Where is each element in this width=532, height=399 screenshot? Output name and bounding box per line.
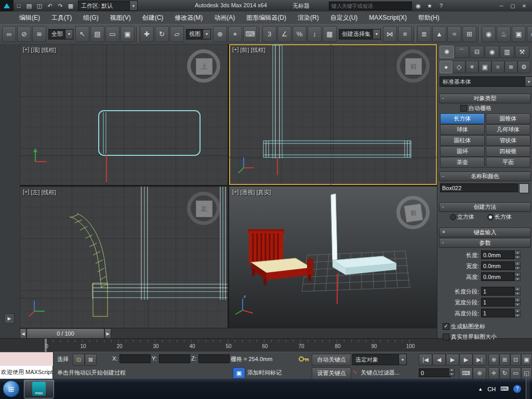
zoom-region-icon[interactable]: ▭ xyxy=(510,367,521,379)
spin-down-icon[interactable]: ▼ xyxy=(514,302,521,307)
maximize-viewport-icon[interactable]: ◱ xyxy=(521,367,532,379)
rectangular-selection-icon[interactable]: ▭ xyxy=(105,26,119,42)
param-width-spinner[interactable]: ▲▼ xyxy=(514,261,521,270)
keyboard-override-icon[interactable]: ⌨ xyxy=(243,26,257,42)
viewport-menu-general[interactable]: [+] xyxy=(23,46,30,54)
menu-edit[interactable]: 编辑(E) xyxy=(14,11,46,24)
maxscript-listener-bottom[interactable]: 欢迎使用 MAXScript xyxy=(0,366,53,379)
help-icon[interactable]: ? xyxy=(436,1,446,10)
object-color-swatch[interactable] xyxy=(519,183,529,193)
y-coordinate-field[interactable] xyxy=(159,354,190,363)
real-world-map-checkbox[interactable] xyxy=(443,334,449,340)
viewport-menu-pov[interactable]: [前] xyxy=(241,46,249,54)
tab-display[interactable]: ▥ xyxy=(500,46,514,58)
category-spacewarps[interactable]: ≋ xyxy=(504,61,517,73)
object-name-field[interactable] xyxy=(440,183,518,192)
viewport-menu-general[interactable]: [+] xyxy=(232,46,239,54)
tab-motion[interactable]: ◉ xyxy=(485,46,499,58)
next-frame-button[interactable]: ▶ xyxy=(459,354,473,366)
select-and-move-icon[interactable]: ✚ xyxy=(140,26,154,42)
current-frame-field[interactable] xyxy=(419,368,451,377)
spin-down-icon[interactable]: ▼ xyxy=(514,313,521,318)
tab-modify[interactable]: ⌒ xyxy=(455,46,469,58)
spin-down-icon[interactable]: ▼ xyxy=(449,372,455,376)
method-box-radio[interactable] xyxy=(487,214,494,220)
open-file-icon[interactable]: ▤ xyxy=(24,1,34,10)
curve-editor-icon[interactable]: ≈ xyxy=(447,26,461,42)
spinner-snap-icon[interactable]: ↕ xyxy=(308,26,322,42)
select-by-name-icon[interactable]: ▤ xyxy=(90,26,104,42)
viewcube[interactable]: 前 xyxy=(396,196,430,229)
viewport-menu-shading[interactable]: [线框] xyxy=(251,46,265,54)
selection-set-dropdown[interactable]: 选定对象 ▼ xyxy=(352,354,407,365)
param-height-field[interactable] xyxy=(481,272,514,281)
spin-up-icon[interactable]: ▲ xyxy=(514,298,521,302)
minimize-button[interactable]: ─ xyxy=(496,2,507,10)
set-key-button[interactable]: 设置关键点 xyxy=(312,367,351,379)
param-height-segs-spinner[interactable]: ▲▼ xyxy=(514,309,521,317)
curved-headboard-wireframe[interactable] xyxy=(70,214,108,288)
menu-maxscript[interactable]: MAXScript(X) xyxy=(363,11,413,24)
autogrid-checkbox[interactable] xyxy=(460,105,467,112)
start-button[interactable]: ⊞ xyxy=(3,380,20,397)
time-slider-handle[interactable]: 0 / 100 xyxy=(26,328,104,339)
generate-mapping-checkbox[interactable]: ✓ xyxy=(443,323,449,330)
bind-to-spacewarp-icon[interactable]: ≋ xyxy=(32,26,46,42)
viewcube[interactable]: 上 xyxy=(187,49,220,83)
viewport-menu-shading[interactable]: [线框] xyxy=(42,189,56,196)
objtype-torus-button[interactable]: 圆环 xyxy=(440,146,485,157)
category-geometry[interactable]: ● xyxy=(440,61,453,73)
spin-up-icon[interactable]: ▲ xyxy=(514,272,521,277)
category-helpers[interactable]: ⌗ xyxy=(491,61,504,73)
workspace-dropdown[interactable]: 工作区: 默认 ▼ xyxy=(78,1,138,11)
category-lights[interactable]: ☀ xyxy=(466,61,478,73)
menu-help[interactable]: 帮助(H) xyxy=(413,11,445,24)
param-length-field[interactable] xyxy=(481,250,514,259)
param-width-field[interactable] xyxy=(481,261,514,270)
tall-box-wireframe-front[interactable] xyxy=(273,45,282,158)
objtype-geosphere-button[interactable]: 几何球体 xyxy=(486,124,530,135)
objtype-teapot-button[interactable]: 茶壶 xyxy=(440,157,485,168)
angle-snap-icon[interactable]: ∠ xyxy=(277,26,291,42)
maxscript-listener-top[interactable] xyxy=(0,352,54,366)
spin-up-icon[interactable]: ▲ xyxy=(514,309,521,313)
maximize-button[interactable]: ▢ xyxy=(508,2,518,10)
orbit-icon[interactable]: ↻ xyxy=(499,367,510,379)
select-and-scale-icon[interactable]: ▱ xyxy=(170,26,184,42)
spin-down-icon[interactable]: ▼ xyxy=(514,266,521,271)
taskbar-3dsmax-button[interactable]: max xyxy=(24,380,54,398)
objtype-pyramid-button[interactable]: 四棱锥 xyxy=(486,146,530,157)
param-height-spinner[interactable]: ▲▼ xyxy=(514,272,521,281)
viewport-top[interactable]: [+] [顶] [线框] 上 xyxy=(20,44,228,185)
select-object-icon[interactable]: ↖ xyxy=(75,26,89,42)
viewport-menu-pov[interactable]: [左] xyxy=(31,189,40,196)
param-height-segs-field[interactable] xyxy=(481,309,514,317)
flat-box-wireframe-front[interactable] xyxy=(263,141,411,157)
unlink-selection-icon[interactable]: ⊘ xyxy=(17,26,31,42)
window-crossing-icon[interactable]: ▣ xyxy=(121,26,135,42)
rollout-collapse-icon[interactable]: - xyxy=(442,203,444,211)
select-and-rotate-icon[interactable]: ↻ xyxy=(155,26,169,42)
viewcube[interactable]: 左 xyxy=(187,192,220,225)
viewport-menu-general[interactable]: [+] xyxy=(232,189,239,196)
rollout-collapse-icon[interactable]: - xyxy=(442,238,444,247)
primitive-category-dropdown[interactable]: 标准基本体 ▼ xyxy=(440,76,532,87)
rollout-collapse-icon[interactable]: - xyxy=(442,172,444,180)
project-folder-icon[interactable]: ▦ xyxy=(65,1,76,10)
spin-down-icon[interactable]: ▼ xyxy=(514,291,521,296)
viewport-menu-pov[interactable]: [透视] xyxy=(241,189,255,196)
show-desktop-button[interactable] xyxy=(526,379,530,399)
objtype-plane-button[interactable]: 平面 xyxy=(486,157,530,168)
viewport-perspective[interactable]: z [+] [透视] [真实] 前 xyxy=(229,187,437,328)
new-scene-icon[interactable]: □ xyxy=(14,1,24,10)
menu-customize[interactable]: 自定义(U) xyxy=(325,11,364,24)
viewcube-face[interactable]: 上 xyxy=(196,58,212,75)
param-width-segs-spinner[interactable]: ▲▼ xyxy=(514,298,521,307)
zoom-extents-all-icon[interactable]: ▣ xyxy=(521,354,532,366)
auto-key-icon[interactable] xyxy=(298,355,310,363)
viewport-menu-general[interactable]: [+] xyxy=(23,189,30,196)
param-length-spinner[interactable]: ▲▼ xyxy=(514,250,521,259)
viewport-menu-shading[interactable]: [线框] xyxy=(42,46,56,54)
layer-manager-icon[interactable]: ≣ xyxy=(417,26,431,42)
align-icon[interactable]: ≡ xyxy=(398,26,412,42)
